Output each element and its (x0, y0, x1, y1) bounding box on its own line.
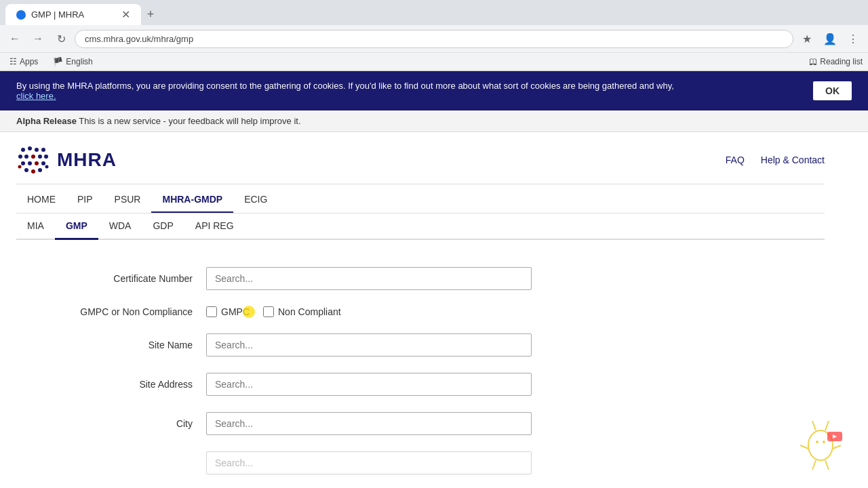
subnav-wda[interactable]: WDA (98, 214, 142, 239)
sub-nav: MIA GMP WDA GDP API REG (16, 214, 825, 240)
svg-line-25 (800, 445, 808, 449)
svg-point-7 (38, 155, 42, 159)
alpha-banner: Alpha Release This is a new service - yo… (0, 110, 868, 132)
tab-close-button[interactable]: ✕ (121, 8, 130, 21)
svg-line-26 (833, 445, 841, 449)
subnav-api-reg[interactable]: API REG (184, 214, 245, 239)
reading-list-label: Reading list (820, 57, 863, 66)
faq-link[interactable]: FAQ (726, 155, 745, 165)
flag-icon: 🏴 (53, 57, 63, 66)
svg-point-13 (24, 168, 28, 172)
svg-point-16 (18, 165, 22, 169)
svg-point-4 (18, 155, 22, 159)
cookie-link[interactable]: click here. (16, 91, 56, 101)
tab-bar: GMP | MHRA ✕ + (0, 0, 868, 25)
svg-point-6 (31, 155, 35, 159)
logo-text: MHRA (57, 149, 117, 171)
nav-ecig[interactable]: ECIG (233, 187, 278, 213)
site-address-row: Site Address (16, 373, 825, 396)
site-header: MHRA FAQ Help & Contact (16, 132, 825, 184)
certificate-number-input[interactable] (206, 267, 532, 290)
non-compliant-label: Non Compliant (278, 306, 341, 317)
bookmark-button[interactable]: ★ (797, 29, 816, 48)
subnav-gdp[interactable]: GDP (142, 214, 184, 239)
certificate-number-row: Certificate Number (16, 267, 825, 290)
city-row: City (16, 412, 825, 435)
compliance-checkbox-group: GMPC Non Compliant (206, 306, 341, 317)
subnav-mia[interactable]: MIA (16, 214, 55, 239)
alpha-label: Alpha Release (16, 116, 77, 126)
header-links: FAQ Help & Contact (726, 155, 825, 165)
apps-label: Apps (20, 57, 38, 66)
nav-home[interactable]: HOME (16, 187, 66, 213)
url-display: cms.mhra.gov.uk/mhra/gmp (85, 34, 193, 44)
english-label: English (66, 57, 92, 66)
tab-title: GMP | MHRA (31, 9, 84, 20)
svg-line-23 (812, 460, 816, 470)
svg-point-2 (35, 148, 39, 152)
menu-button[interactable]: ⋮ (844, 29, 863, 48)
reading-list-button[interactable]: 🕮 Reading list (809, 57, 863, 66)
svg-point-12 (41, 161, 45, 165)
site-address-input[interactable] (206, 373, 532, 396)
city-label: City (16, 418, 206, 429)
subnav-gmp[interactable]: GMP (55, 214, 98, 240)
non-compliant-checkbox-item[interactable]: Non Compliant (263, 306, 341, 317)
svg-point-21 (816, 441, 818, 443)
alpha-text: This is a new service - your feedback wi… (79, 116, 300, 126)
nav-psur[interactable]: PSUR (104, 187, 152, 213)
extra-row (16, 451, 825, 474)
page-content: MHRA FAQ Help & Contact HOME PIP PSUR MH… (0, 132, 841, 488)
svg-point-15 (38, 168, 42, 172)
address-bar[interactable]: cms.mhra.gov.uk/mhra/gmp (75, 30, 793, 48)
apps-bookmark[interactable]: ☷ Apps (5, 56, 42, 68)
svg-line-19 (812, 421, 816, 430)
corner-doodle (787, 418, 854, 474)
account-button[interactable]: 👤 (821, 29, 840, 48)
english-bookmark[interactable]: 🏴 English (49, 56, 96, 68)
non-compliant-checkbox[interactable] (263, 306, 274, 317)
compliance-label: GMPC or Non Compliance (16, 306, 206, 317)
city-input[interactable] (206, 412, 532, 435)
cookie-banner: By using the MHRA platforms, you are pro… (0, 71, 868, 110)
nav-pip[interactable]: PIP (66, 187, 104, 213)
apps-icon: ☷ (9, 57, 17, 66)
site-name-input[interactable] (206, 333, 532, 357)
nav-mhra-gmdp[interactable]: MHRA-GMDP (151, 187, 233, 213)
site-name-row: Site Name (16, 333, 825, 357)
svg-point-3 (41, 148, 45, 152)
new-tab-button[interactable]: + (141, 5, 160, 24)
main-nav: HOME PIP PSUR MHRA-GMDP ECIG (16, 187, 825, 214)
svg-point-11 (35, 161, 39, 165)
browser-chrome: GMP | MHRA ✕ + ← → ↻ cms.mhra.gov.uk/mhr… (0, 0, 868, 71)
active-tab[interactable]: GMP | MHRA ✕ (5, 4, 141, 25)
svg-point-17 (45, 165, 49, 169)
reload-button[interactable]: ↻ (52, 29, 71, 48)
site-name-label: Site Name (16, 340, 206, 350)
bookmarks-bar: ☷ Apps 🏴 English 🕮 Reading list (0, 52, 868, 70)
svg-point-1 (28, 146, 32, 150)
back-button[interactable]: ← (5, 29, 24, 48)
cookie-text: By using the MHRA platforms, you are pro… (16, 81, 800, 101)
mhra-logo: MHRA (16, 143, 117, 177)
svg-line-24 (825, 460, 829, 470)
certificate-number-label: Certificate Number (16, 273, 206, 284)
forward-button[interactable]: → (28, 29, 47, 48)
cookie-ok-button[interactable]: OK (813, 81, 852, 100)
cookie-message: By using the MHRA platforms, you are pro… (16, 81, 674, 91)
svg-line-20 (825, 421, 829, 430)
reading-list-icon: 🕮 (809, 57, 817, 66)
cursor-highlight (243, 306, 255, 318)
search-form: Certificate Number GMPC or Non Complianc… (16, 253, 825, 488)
extra-input[interactable] (206, 451, 532, 474)
logo-icon (16, 143, 50, 177)
gmpc-checkbox[interactable] (206, 306, 217, 317)
site-address-label: Site Address (16, 379, 206, 390)
svg-point-5 (24, 155, 28, 159)
svg-point-14 (31, 169, 35, 174)
svg-point-10 (28, 161, 32, 165)
compliance-row: GMPC or Non Compliance GMPC Non Complian… (16, 306, 825, 317)
help-contact-link[interactable]: Help & Contact (761, 155, 825, 165)
svg-point-22 (823, 441, 825, 443)
svg-point-0 (21, 148, 25, 152)
